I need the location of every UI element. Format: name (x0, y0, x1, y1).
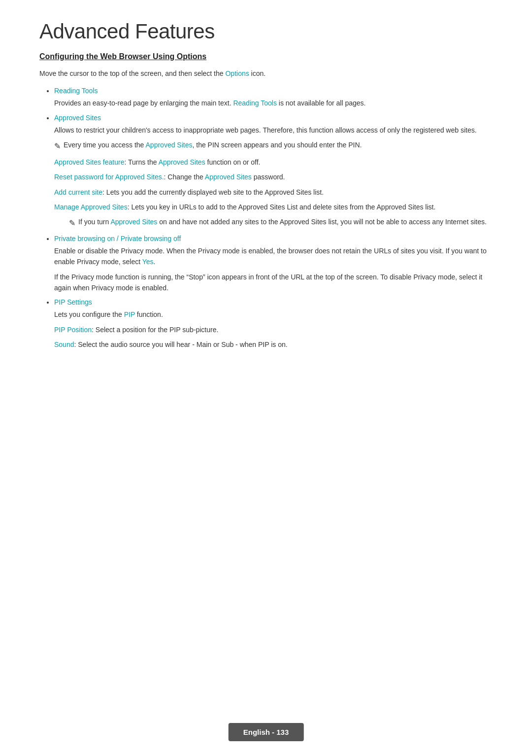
note-icon-1: ✎ (54, 140, 61, 153)
reading-tools-content: Provides an easy-to-read page by enlargi… (54, 98, 493, 108)
main-list: Reading Tools Provides an easy-to-read p… (39, 87, 493, 350)
private-browsing-off-link[interactable]: Private browsing off (121, 235, 181, 242)
pip-settings-desc: Lets you configure the PIP function. (54, 309, 493, 320)
reset-password-line: Reset password for Approved Sites.: Chan… (54, 172, 493, 182)
private-browsing-content: Enable or disable the Privacy mode. When… (54, 245, 493, 294)
list-item-reading-tools: Reading Tools Provides an easy-to-read p… (54, 87, 493, 108)
approved-sites-warning-text: If you turn Approved Sites on and have n… (78, 216, 487, 227)
list-item-approved-sites: Approved Sites Allows to restrict your c… (54, 114, 493, 230)
private-browsing-desc-1: Enable or disable the Privacy mode. When… (54, 245, 493, 268)
section-heading: Configuring the Web Browser Using Option… (39, 52, 493, 61)
options-link[interactable]: Options (225, 69, 249, 77)
note-icon-2: ✎ (69, 217, 75, 230)
add-current-site-link[interactable]: Add current site (54, 188, 102, 196)
reading-tools-desc: Provides an easy-to-read page by enlargi… (54, 98, 493, 108)
reading-tools-link[interactable]: Reading Tools (233, 99, 276, 107)
footer-label: English - 133 (229, 723, 304, 741)
approved-sites-link-warning[interactable]: Approved Sites (110, 218, 157, 226)
yes-link[interactable]: Yes (142, 258, 154, 266)
approved-sites-content: Allows to restrict your children's acces… (54, 125, 493, 230)
approved-sites-feature-link[interactable]: Approved Sites feature (54, 158, 124, 166)
intro-text: Move the cursor to the top of the screen… (39, 68, 493, 79)
manage-approved-sites-line: Manage Approved Sites: Lets you key in U… (54, 202, 493, 212)
pip-position-line: PIP Position: Select a position for the … (54, 324, 493, 335)
approved-sites-link-note[interactable]: Approved Sites (146, 141, 193, 149)
approved-sites-warning-note: ✎ If you turn Approved Sites on and have… (54, 216, 493, 230)
reading-tools-label[interactable]: Reading Tools (54, 87, 98, 95)
approved-sites-link-3[interactable]: Approved Sites (205, 173, 252, 181)
private-browsing-on-link[interactable]: Private browsing on (54, 235, 115, 242)
approved-sites-note: ✎ Every time you access the Approved Sit… (54, 139, 493, 153)
list-item-pip-settings: PIP Settings Lets you configure the PIP … (54, 298, 493, 350)
approved-sites-note-text: Every time you access the Approved Sites… (64, 139, 362, 150)
approved-sites-feature-line: Approved Sites feature: Turns the Approv… (54, 157, 493, 168)
pip-settings-content: Lets you configure the PIP function. PIP… (54, 309, 493, 350)
manage-approved-sites-link[interactable]: Manage Approved Sites (54, 203, 128, 211)
pip-settings-label[interactable]: PIP Settings (54, 298, 92, 306)
private-browsing-desc-2: If the Privacy mode function is running,… (54, 272, 493, 294)
list-item-private-browsing: Private browsing on / Private browsing o… (54, 235, 493, 294)
approved-sites-link-2[interactable]: Approved Sites (159, 158, 205, 166)
approved-sites-desc: Allows to restrict your children's acces… (54, 125, 493, 136)
approved-sites-label[interactable]: Approved Sites (54, 114, 101, 122)
page-title: Advanced Features (39, 20, 493, 43)
pip-position-link[interactable]: PIP Position (54, 326, 92, 334)
private-browsing-label: Private browsing on / Private browsing o… (54, 235, 181, 242)
add-current-site-line: Add current site: Lets you add the curre… (54, 187, 493, 198)
sound-link[interactable]: Sound (54, 341, 74, 348)
sound-line: Sound: Select the audio source you will … (54, 339, 493, 350)
reset-password-link[interactable]: Reset password for Approved Sites. (54, 173, 164, 181)
pip-link[interactable]: PIP (124, 310, 135, 318)
